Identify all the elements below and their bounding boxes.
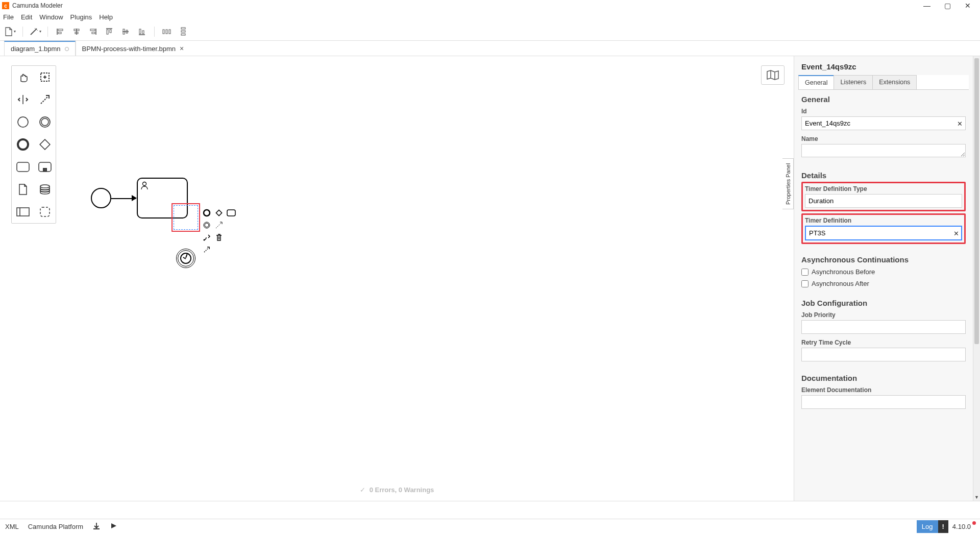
start-event-tool[interactable]	[12, 111, 34, 133]
group-documentation: Documentation Element Documentation	[794, 369, 973, 416]
svg-rect-36	[40, 139, 50, 150]
properties-tab-general[interactable]: General	[798, 75, 834, 89]
align-bottom-button[interactable]	[136, 26, 148, 38]
append-task-icon[interactable]	[226, 207, 237, 219]
menu-plugins[interactable]: Plugins	[70, 13, 92, 21]
view-xml-button[interactable]: XML	[5, 523, 19, 530]
data-store-tool[interactable]	[34, 178, 56, 201]
svg-rect-37	[17, 162, 29, 172]
properties-tab-extensions[interactable]: Extensions	[872, 75, 917, 89]
svg-rect-15	[110, 30, 111, 33]
clear-id-icon[interactable]: ✕	[957, 119, 963, 127]
svg-point-42	[40, 185, 50, 188]
svg-point-46	[143, 182, 146, 186]
task-tool[interactable]	[12, 156, 34, 178]
group-title-async: Asynchronous Continuations	[801, 255, 966, 264]
user-task-icon	[140, 181, 149, 191]
error-badge[interactable]: !	[938, 520, 948, 533]
tab-bpmn-process-with-timer[interactable]: BPMN-process-with-timer.bpmn ×	[76, 41, 191, 56]
connect-icon[interactable]	[201, 244, 212, 255]
bpmn-timer-boundary-event[interactable]	[176, 249, 195, 268]
menu-edit[interactable]: Edit	[21, 13, 32, 21]
name-label: Name	[801, 135, 966, 142]
log-button[interactable]: Log	[917, 520, 938, 533]
deploy-button[interactable]	[92, 522, 101, 531]
tab-diagram-1[interactable]: diagram_1.bpmn	[4, 41, 76, 56]
close-tab-icon[interactable]: ×	[180, 44, 184, 53]
lasso-tool[interactable]	[34, 66, 56, 88]
retry-cycle-input[interactable]	[801, 348, 966, 361]
group-title-documentation: Documentation	[801, 374, 966, 382]
minimize-button[interactable]: —	[917, 2, 937, 10]
maximize-button[interactable]: ▢	[937, 2, 958, 10]
scrollbar-down-icon[interactable]: ▼	[973, 494, 980, 501]
selection-dash	[174, 205, 198, 230]
distribute-h-button[interactable]	[161, 26, 173, 38]
diagram-canvas[interactable]: ✓ 0 Errors, 0 Warnings Properties Panel	[0, 56, 794, 501]
svg-line-0	[31, 29, 36, 35]
start-instance-button[interactable]	[110, 522, 117, 531]
target-platform-button[interactable]: Camunda Platform	[28, 523, 83, 530]
name-input[interactable]	[801, 144, 966, 157]
svg-rect-26	[181, 31, 185, 32]
group-tool[interactable]	[34, 201, 56, 223]
timer-def-input[interactable]	[805, 226, 962, 240]
validation-status[interactable]: ✓ 0 Errors, 0 Warnings	[360, 486, 434, 494]
change-type-icon[interactable]	[201, 232, 212, 243]
close-window-button[interactable]: ✕	[958, 2, 978, 10]
data-object-tool[interactable]	[12, 178, 34, 201]
async-before-checkbox[interactable]	[801, 269, 808, 276]
group-general: General Id ✕ Name	[794, 90, 973, 166]
magic-wand-button[interactable]: ▾	[29, 26, 41, 38]
svg-rect-12	[92, 32, 95, 34]
properties-tab-listeners[interactable]: Listeners	[834, 75, 873, 89]
hand-tool[interactable]	[12, 66, 34, 88]
svg-point-1	[36, 28, 37, 30]
svg-rect-45	[40, 207, 50, 216]
job-priority-label: Job Priority	[801, 311, 966, 319]
validation-text: 0 Errors, 0 Warnings	[370, 486, 434, 494]
retry-cycle-label: Retry Time Cycle	[801, 339, 966, 346]
timer-def-type-select[interactable]: Duration	[805, 194, 962, 208]
align-top-button[interactable]	[103, 26, 115, 38]
align-right-button[interactable]	[87, 26, 99, 38]
participant-tool[interactable]	[12, 201, 34, 223]
align-middle-v-button[interactable]	[119, 26, 132, 38]
id-input[interactable]	[801, 116, 966, 130]
new-file-button[interactable]: ▾	[4, 26, 16, 38]
clear-timer-def-icon[interactable]: ✕	[953, 229, 959, 237]
bpmn-start-event[interactable]	[91, 188, 111, 208]
menu-file[interactable]: File	[3, 13, 14, 21]
minimap-toggle[interactable]	[761, 65, 785, 85]
append-text-annotation-icon[interactable]	[213, 220, 225, 231]
end-event-tool[interactable]	[12, 133, 34, 156]
properties-tabs: General Listeners Extensions	[798, 75, 969, 90]
append-intermediate-event-icon[interactable]	[201, 220, 212, 231]
svg-rect-25	[181, 28, 185, 29]
gateway-tool[interactable]	[34, 133, 56, 156]
svg-point-32	[18, 117, 28, 127]
properties-scrollbar[interactable]: ▼	[973, 56, 980, 501]
properties-panel-toggle[interactable]: Properties Panel	[782, 158, 794, 209]
distribute-v-button[interactable]	[177, 26, 189, 38]
job-priority-input[interactable]	[801, 320, 966, 334]
version-label[interactable]: 4.10.0	[948, 520, 975, 533]
align-center-h-button[interactable]	[70, 26, 83, 38]
svg-line-3	[37, 30, 38, 31]
async-after-checkbox[interactable]	[801, 280, 808, 287]
menu-window[interactable]: Window	[39, 13, 63, 21]
menu-help[interactable]: Help	[99, 13, 113, 21]
global-connect-tool[interactable]	[34, 88, 56, 111]
intermediate-event-tool[interactable]	[34, 111, 56, 133]
append-gateway-icon[interactable]	[213, 207, 225, 219]
align-left-button[interactable]	[54, 26, 66, 38]
app-title: Camunda Modeler	[12, 2, 63, 9]
svg-rect-5	[58, 29, 63, 31]
subprocess-expanded-tool[interactable]	[34, 156, 56, 178]
delete-icon[interactable]	[213, 232, 225, 243]
element-doc-input[interactable]	[801, 395, 966, 409]
scrollbar-thumb[interactable]	[974, 58, 979, 344]
space-tool[interactable]	[12, 88, 34, 111]
append-end-event-icon[interactable]	[201, 207, 212, 219]
tabs-bar: diagram_1.bpmn BPMN-process-with-timer.b…	[0, 41, 980, 56]
